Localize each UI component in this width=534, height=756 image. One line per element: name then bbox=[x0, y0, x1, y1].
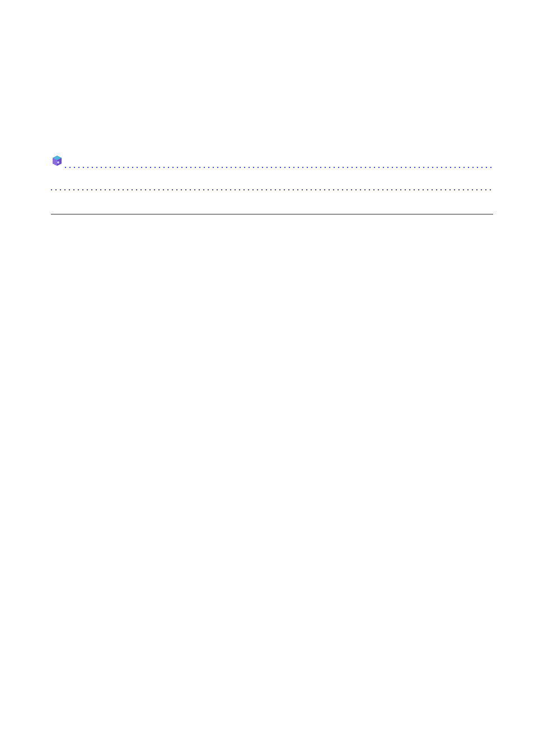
box-icon bbox=[51, 155, 63, 167]
dotted-line-2 bbox=[51, 189, 493, 190]
dotted-line-1 bbox=[65, 167, 493, 168]
icon-row bbox=[51, 151, 493, 168]
svg-point-0 bbox=[57, 161, 59, 164]
divider-line bbox=[51, 214, 493, 214]
page-content bbox=[51, 151, 493, 214]
